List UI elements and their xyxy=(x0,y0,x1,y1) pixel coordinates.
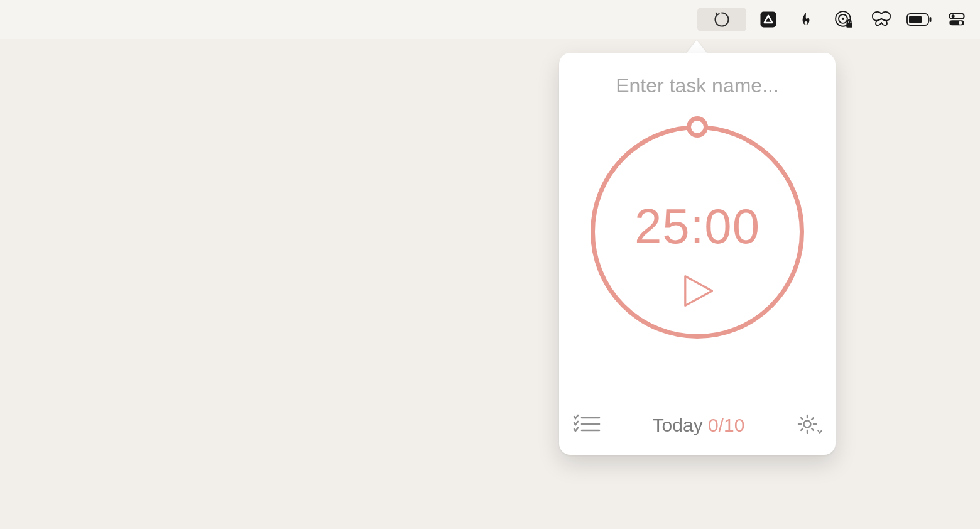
pomodoro-timer-menubar-icon[interactable] xyxy=(697,8,746,31)
svg-rect-7 xyxy=(909,16,922,23)
butterfly-menubar-icon[interactable] xyxy=(866,8,897,31)
radar-menubar-icon[interactable] xyxy=(828,8,859,31)
control-center-icon xyxy=(948,11,966,28)
popover-footer: Today 0/10 xyxy=(559,403,836,455)
task-list-button[interactable] xyxy=(573,414,601,437)
today-label: Today xyxy=(653,415,703,435)
battery-icon xyxy=(906,13,932,26)
svg-rect-0 xyxy=(761,12,776,28)
task-name-input[interactable] xyxy=(559,53,836,111)
svg-point-10 xyxy=(952,14,955,18)
today-count: 0/10 xyxy=(708,415,744,435)
pomodoro-popover: 25:00 xyxy=(559,53,836,455)
battery-menubar-icon[interactable] xyxy=(903,8,935,31)
svg-point-16 xyxy=(803,421,810,428)
timer-dial[interactable]: 25:00 xyxy=(591,125,804,339)
control-center-menubar-icon[interactable] xyxy=(941,8,972,31)
butterfly-icon xyxy=(871,10,892,29)
svg-point-12 xyxy=(959,21,962,25)
svg-rect-8 xyxy=(930,17,932,22)
list-icon xyxy=(573,414,601,437)
play-icon xyxy=(677,301,717,312)
svg-line-21 xyxy=(801,418,803,420)
timer-area: 25:00 xyxy=(559,111,836,403)
popover-arrow xyxy=(687,40,707,53)
triangle-app-icon xyxy=(759,10,778,29)
today-progress: Today 0/10 xyxy=(653,415,745,436)
triangle-app-menubar-icon[interactable] xyxy=(753,8,784,31)
play-button[interactable] xyxy=(677,272,717,312)
svg-line-24 xyxy=(801,428,803,430)
menubar xyxy=(0,0,980,39)
settings-button[interactable] xyxy=(797,413,822,438)
timer-icon xyxy=(713,11,731,28)
svg-line-22 xyxy=(812,428,814,430)
flame-icon xyxy=(798,10,814,29)
flame-menubar-icon[interactable] xyxy=(790,8,822,31)
radar-lock-icon xyxy=(834,10,853,29)
svg-line-23 xyxy=(812,418,814,420)
timer-handle[interactable] xyxy=(687,116,708,138)
timer-time-display: 25:00 xyxy=(591,198,804,255)
svg-point-1 xyxy=(805,21,808,25)
svg-point-4 xyxy=(842,18,844,20)
svg-rect-5 xyxy=(846,23,852,28)
gear-icon xyxy=(797,413,822,438)
